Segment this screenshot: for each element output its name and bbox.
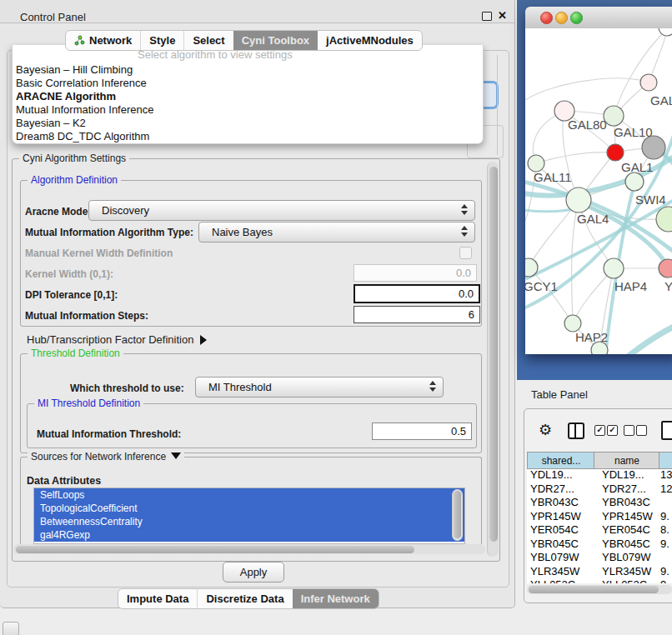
checked-checkbox-icon[interactable]: ✓ xyxy=(594,425,605,436)
bottom-tab-discretize-data[interactable]: Discretize Data xyxy=(197,589,292,608)
unchecked-checkbox-icon[interactable] xyxy=(636,425,647,436)
network-node-hap4[interactable] xyxy=(604,258,624,278)
algorithm-option-bayesian-hill-climbing[interactable]: Bayesian – Hill Climbing xyxy=(12,63,479,77)
table-row-ydl19[interactable]: YDL19...YDL19...13 xyxy=(527,468,672,482)
algorithm-dropdown-list: Bayesian – Hill ClimbingBasic Correlatio… xyxy=(12,63,479,143)
network-node[interactable] xyxy=(642,136,665,159)
algorithm-option-basic-correlation-inference[interactable]: Basic Correlation Inference xyxy=(12,77,479,90)
mi-threshold-field[interactable]: 0.5 xyxy=(372,422,472,440)
network-node-label: GAL10 xyxy=(614,125,653,139)
table-settings-gear-icon[interactable]: ⚙ xyxy=(539,421,552,439)
table-column-header-shared[interactable]: shared... xyxy=(527,452,594,469)
table-cell: 8. xyxy=(660,523,672,538)
tab-jactivemnodules[interactable]: jActiveMNodules xyxy=(318,31,422,50)
table-cell: 13 xyxy=(660,468,672,482)
network-node-label: GAL11 xyxy=(534,170,572,184)
table-column-header-a[interactable]: A xyxy=(659,452,672,469)
control-panel-title: Control Panel xyxy=(20,11,86,23)
sources-legend[interactable]: Sources for Network Inference xyxy=(28,451,184,462)
table-column-header-name[interactable]: name xyxy=(594,452,659,469)
bottom-tab-impute-data[interactable]: Impute Data xyxy=(118,589,197,608)
table-cell: YER054C xyxy=(530,523,597,538)
kernel-width-field[interactable]: 0.0 xyxy=(354,264,477,282)
algorithm-option-dream8-dc-tdc-algorithm[interactable]: Dream8 DC_TDC Algorithm xyxy=(12,130,479,143)
dpi-tolerance-field[interactable]: 0.0 xyxy=(354,284,480,303)
checked-checkbox-icon[interactable]: ✓ xyxy=(607,425,618,436)
attribute-item-selfloops[interactable]: SelfLoops xyxy=(34,488,464,502)
algorithm-option-mutual-information-inference[interactable]: Mutual Information Inference xyxy=(12,103,479,117)
network-node-gal10[interactable] xyxy=(604,106,624,126)
attributes-scrollbar-thumb[interactable] xyxy=(454,491,461,538)
attributes-scrollbar[interactable] xyxy=(452,489,463,541)
network-node[interactable] xyxy=(591,342,608,354)
split-columns-icon[interactable] xyxy=(568,422,584,439)
network-node-gal1[interactable] xyxy=(607,144,624,161)
table-row-ybr043c[interactable]: YBR043CYBR043C xyxy=(527,496,672,510)
aracne-mode-select[interactable]: Discovery xyxy=(88,200,475,221)
stepper-arrows-icon xyxy=(461,226,467,237)
table-horizontal-scrollbar-thumb[interactable] xyxy=(529,586,659,593)
attribute-item-gal4rgexp[interactable]: gal4RGexp xyxy=(34,528,464,542)
bottom-tab-impute-data-label: Impute Data xyxy=(127,592,188,605)
settings-horizontal-scrollbar[interactable] xyxy=(13,544,485,554)
table-row-yll052c[interactable]: YLL052CYLL052C9 xyxy=(527,578,672,583)
bottom-tab-discretize-data-label: Discretize Data xyxy=(206,592,283,605)
network-node-label: SWI4 xyxy=(635,192,666,207)
attribute-item-betweennesscentrality[interactable]: BetweennessCentrality xyxy=(34,515,464,528)
window-close-icon[interactable]: ✕ xyxy=(498,9,507,22)
algorithm-definition-legend: Algorithm Definition xyxy=(28,174,121,186)
settings-vertical-scrollbar[interactable] xyxy=(487,162,499,557)
settings-horizontal-scrollbar-thumb[interactable] xyxy=(16,546,414,553)
table-cell: YDL19... xyxy=(602,468,667,482)
which-threshold-select[interactable]: MI Threshold xyxy=(195,377,444,398)
network-node-y[interactable] xyxy=(659,259,672,278)
table-cell: YLR345W xyxy=(530,565,597,579)
table-cell: YDR27... xyxy=(602,482,667,497)
corner-mini-button[interactable] xyxy=(3,622,19,635)
tab-style[interactable]: Style xyxy=(140,31,183,50)
network-node-gal[interactable] xyxy=(640,74,657,91)
attribute-item-topologicalcoefficient[interactable]: TopologicalCoefficient xyxy=(34,502,464,515)
tab-cyni-toolbox-label: Cyni Toolbox xyxy=(242,34,309,47)
mi-steps-field[interactable]: 6 xyxy=(354,306,480,323)
network-node-hap2[interactable] xyxy=(564,315,581,332)
algorithm-option-bayesian-k2[interactable]: Bayesian – K2 xyxy=(12,117,479,130)
window-float-icon[interactable] xyxy=(482,12,492,21)
table-row-yer054c[interactable]: YER054CYER054C8. xyxy=(527,523,672,538)
network-node[interactable] xyxy=(659,28,672,36)
mi-threshold-label: Mutual Information Threshold: xyxy=(37,428,181,440)
manual-kernel-checkbox[interactable] xyxy=(459,247,472,259)
table-row-ypr145w[interactable]: YPR145WYPR145W9. xyxy=(527,510,672,524)
table-cell: YBR045C xyxy=(602,538,667,552)
window-zoom-traffic-light[interactable] xyxy=(570,12,583,24)
table-cell: YBL079W xyxy=(602,551,667,565)
mi-type-select[interactable]: Naive Bayes xyxy=(198,222,475,242)
tab-network[interactable]: Network xyxy=(66,31,140,50)
tab-cyni-toolbox[interactable]: Cyni Toolbox xyxy=(233,31,318,50)
network-canvas[interactable]: GALGAL80GAL10GAL1GAL11SWI4GAL4GCY1HAP4YH… xyxy=(525,28,672,354)
tab-select[interactable]: Select xyxy=(183,31,233,50)
hub-definition-expander[interactable]: Hub/Transcription Factor Definition xyxy=(27,333,207,346)
table-cell: YLL052C xyxy=(602,578,667,583)
settings-vertical-scrollbar-thumb[interactable] xyxy=(489,167,498,542)
network-node-swi4[interactable] xyxy=(625,172,644,191)
unchecked-checkbox-icon[interactable] xyxy=(624,425,634,436)
window-close-traffic-light[interactable] xyxy=(540,12,553,24)
table-row-ylr345w[interactable]: YLR345WYLR345W9. xyxy=(527,565,672,579)
network-node-gal11[interactable] xyxy=(528,155,544,172)
network-edge xyxy=(525,78,649,100)
window-minimize-traffic-light[interactable] xyxy=(555,12,568,24)
apply-button[interactable]: Apply xyxy=(223,562,284,582)
table-panel-title: Table Panel xyxy=(531,388,588,401)
data-attributes-label: Data Attributes xyxy=(27,475,101,487)
table-row-ydr27[interactable]: YDR27...YDR27...12 xyxy=(527,482,672,497)
table-horizontal-scrollbar[interactable] xyxy=(527,585,672,594)
new-document-icon[interactable] xyxy=(661,421,672,440)
network-node-gal4[interactable] xyxy=(566,188,591,212)
table-row-ybl079w[interactable]: YBL079WYBL079W xyxy=(527,551,672,565)
bottom-tab-infer-network[interactable]: Infer Network xyxy=(293,589,379,608)
algorithm-option-aracne-algorithm[interactable]: ARACNE Algorithm xyxy=(12,90,479,103)
table-cell: YBR045C xyxy=(530,538,597,552)
network-node-label: GCY1 xyxy=(525,279,558,293)
table-row-ybr045c[interactable]: YBR045CYBR045C9. xyxy=(527,538,672,552)
